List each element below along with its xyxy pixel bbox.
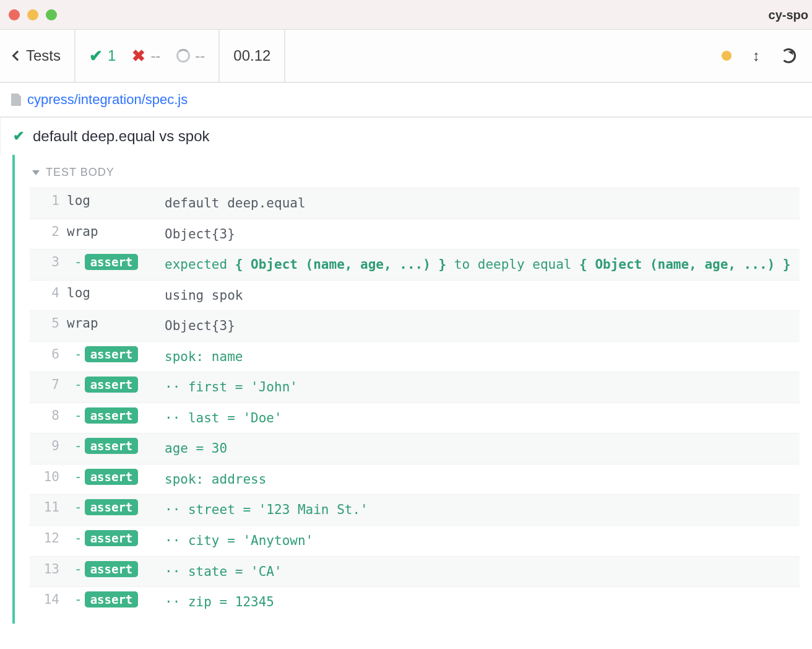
assert-pill: assert: [85, 254, 139, 270]
section-label: TEST BODY: [46, 166, 114, 179]
command-row[interactable]: 13-assert·· state = 'CA': [30, 556, 800, 587]
command-row[interactable]: 9-assertage = 30: [30, 433, 800, 464]
command-name-assert: -assert: [67, 347, 161, 362]
command-message: ·· first = 'John': [165, 377, 793, 398]
command-name-assert: -assert: [67, 562, 161, 577]
check-icon: ✔: [13, 128, 24, 144]
command-message: expected { Object (name, age, ...) } to …: [165, 255, 793, 275]
caret-down-icon: [32, 170, 40, 175]
command-row[interactable]: 10-assertspok: address: [30, 464, 800, 495]
x-icon: ✖: [132, 46, 145, 66]
command-name-assert: -assert: [67, 377, 161, 392]
run-stats: ✔ 1 ✖ -- --: [76, 30, 220, 82]
command-message: spok: name: [165, 347, 793, 367]
right-tools: ↕: [706, 30, 812, 82]
run-duration: 00.12: [220, 30, 285, 82]
command-number: 9: [36, 438, 63, 453]
command-row[interactable]: 8-assert·· last = 'Doe': [30, 403, 800, 433]
command-number: 3: [36, 255, 63, 269]
command-message: default deep.equal: [165, 193, 793, 214]
viewport-size-icon[interactable]: ↕: [753, 47, 760, 64]
chevron-left-icon: [12, 51, 23, 61]
command-number: 10: [36, 469, 63, 484]
title-bar: cy-spo: [0, 0, 812, 30]
command-row[interactable]: 14-assert·· zip = 12345: [30, 586, 800, 617]
command-message: ·· city = 'Anytown': [165, 531, 793, 551]
command-name: wrap: [67, 316, 161, 331]
spec-file-bar[interactable]: cypress/integration/spec.js: [0, 83, 812, 118]
test-title: default deep.equal vs spok: [33, 128, 210, 145]
command-message: Object{3}: [165, 224, 793, 245]
command-number: 6: [36, 347, 63, 362]
zoom-window-icon[interactable]: [46, 9, 57, 20]
runner-toolbar: Tests ✔ 1 ✖ -- -- 00.12 ↕: [0, 30, 812, 83]
command-number: 5: [36, 316, 63, 331]
command-message: Object{3}: [165, 316, 793, 336]
duration-value: 00.12: [233, 47, 270, 64]
command-name-assert: -assert: [67, 438, 161, 453]
command-number: 7: [36, 377, 63, 392]
command-number: 1: [36, 193, 63, 208]
close-window-icon[interactable]: [9, 9, 20, 20]
stat-failed: ✖ --: [132, 46, 160, 66]
back-label: Tests: [26, 47, 61, 64]
test-body: TEST BODY 1logdefault deep.equal2wrapObj…: [12, 155, 812, 624]
assert-pill: assert: [85, 591, 139, 608]
command-message: ·· zip = 12345: [165, 592, 793, 612]
command-message: spok: address: [165, 469, 793, 490]
test-body-header[interactable]: TEST BODY: [30, 161, 800, 188]
command-message: age = 30: [165, 438, 793, 459]
command-name: log: [67, 285, 161, 300]
command-row[interactable]: 2wrapObject{3}: [30, 219, 800, 250]
passed-count: 1: [108, 47, 116, 64]
stat-pending: --: [176, 47, 205, 64]
failed-count: --: [150, 47, 160, 64]
command-number: 14: [36, 592, 63, 607]
minimize-window-icon[interactable]: [27, 9, 38, 20]
command-number: 12: [36, 531, 63, 546]
window-title: cy-spo: [769, 7, 808, 22]
assert-pill: assert: [85, 346, 139, 362]
command-name-assert: -assert: [67, 469, 161, 484]
command-row[interactable]: 11-assert·· street = '123 Main St.': [30, 494, 800, 525]
check-icon: ✔: [89, 46, 103, 66]
assert-pill: assert: [85, 377, 139, 393]
command-row[interactable]: 4logusing spok: [30, 280, 800, 311]
command-name: wrap: [67, 224, 161, 239]
command-number: 8: [36, 408, 63, 423]
command-name-assert: -assert: [67, 531, 161, 546]
command-number: 2: [36, 224, 63, 239]
command-message: ·· last = 'Doe': [165, 408, 793, 429]
spinner-icon: [176, 49, 190, 63]
stat-passed: ✔ 1: [89, 46, 116, 66]
command-row[interactable]: 7-assert·· first = 'John': [30, 372, 800, 403]
assert-pill: assert: [85, 561, 139, 577]
spec-path: cypress/integration/spec.js: [27, 92, 188, 108]
test-title-row[interactable]: ✔ default deep.equal vs spok: [0, 118, 812, 155]
file-icon: [11, 94, 21, 106]
command-row[interactable]: 6-assertspok: name: [30, 341, 800, 372]
command-row[interactable]: 12-assert·· city = 'Anytown': [30, 525, 800, 556]
command-log: 1logdefault deep.equal2wrapObject{3}3-as…: [30, 188, 800, 617]
command-row[interactable]: 5wrapObject{3}: [30, 310, 800, 341]
assert-pill: assert: [85, 499, 139, 515]
command-number: 13: [36, 562, 63, 577]
command-name-assert: -assert: [67, 255, 161, 269]
assert-pill: assert: [85, 407, 139, 424]
command-number: 4: [36, 285, 63, 300]
command-message: ·· street = '123 Main St.': [165, 500, 793, 520]
assert-pill: assert: [85, 469, 139, 485]
command-row[interactable]: 3-assertexpected { Object (name, age, ..…: [30, 249, 800, 280]
pending-count: --: [195, 47, 205, 64]
reload-icon[interactable]: [781, 48, 796, 63]
back-to-tests-button[interactable]: Tests: [0, 30, 76, 82]
command-name: log: [67, 193, 161, 208]
command-number: 11: [36, 500, 63, 515]
window-controls: [9, 9, 57, 20]
command-row[interactable]: 1logdefault deep.equal: [30, 188, 800, 219]
command-name-assert: -assert: [67, 592, 161, 607]
command-message: using spok: [165, 285, 793, 306]
assert-pill: assert: [85, 530, 139, 546]
assert-pill: assert: [85, 438, 139, 454]
status-dot-icon: [722, 51, 732, 61]
